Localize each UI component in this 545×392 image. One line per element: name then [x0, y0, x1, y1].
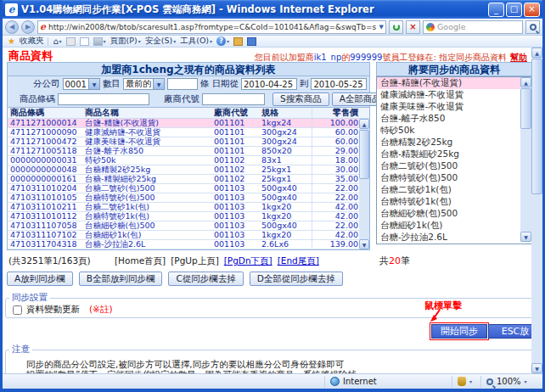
- date-from-input[interactable]: [241, 78, 297, 90]
- list-item[interactable]: 健康美味鹽-不收退貨: [377, 101, 521, 113]
- status-bar: Internet ▾ 100% ▾: [3, 373, 542, 389]
- list-item[interactable]: 健康減納鹽-不收退貨: [377, 89, 521, 101]
- table-row[interactable]: 0000000000048台糖精製2砂25kg00110225kgx130.00: [8, 165, 361, 175]
- read-mail-icon[interactable]: [80, 37, 89, 46]
- branch-select[interactable]: 0001▼: [63, 78, 100, 90]
- table-row[interactable]: 0000000000031特砂50k00110283x118.00: [8, 156, 361, 165]
- list-item[interactable]: 台糖細砂糖(包)500: [377, 208, 521, 220]
- close-button[interactable]: ×: [524, 3, 540, 17]
- maximize-button[interactable]: □: [506, 3, 522, 17]
- table-row[interactable]: 4710311010211台糖二號砂1k(包)0011031kgx2042.00: [8, 203, 361, 212]
- page-nav-item[interactable]: [End尾頁]: [278, 255, 319, 266]
- data-update-checkbox[interactable]: [13, 305, 22, 315]
- list-item[interactable]: 台鹽-離子水850: [377, 113, 521, 125]
- menu-page[interactable]: 頁面(P)▾: [110, 36, 141, 47]
- table-cell: 42.00: [312, 203, 361, 211]
- count-input[interactable]: [167, 78, 198, 90]
- table-row[interactable]: 4711271000090健康減納鹽-不收退貨001101300gx2460.0…: [8, 128, 361, 137]
- vendor-input[interactable]: [202, 93, 265, 105]
- table-cell: 台糖特號砂1k(包): [82, 212, 211, 221]
- favorites-star-icon[interactable]: ★: [8, 36, 15, 46]
- table-cell: 42.00: [312, 231, 361, 239]
- table-row[interactable]: 0000000000161台糖-精製細砂25kg00110225kgx135.0…: [8, 175, 361, 184]
- notice-list: 同步的商品分公司設定,被同步方可以選擇,同步方的要以相應分公司身份登錄即可設置的…: [6, 356, 539, 373]
- table-row[interactable]: 4710311107058台糖細砂糖(包)500001103500gx4022.…: [8, 221, 361, 231]
- count-select[interactable]: 最前的▼: [123, 78, 165, 90]
- table-row[interactable]: 4711271000014台鹽-精鹽(不收退貨)0011011kgx24100.…: [8, 119, 361, 128]
- filter-box: 分公司 0001▼ 數目 最前的▼ 條 日期從 到 商品條碼 廠商代號 S搜索商…: [7, 76, 370, 108]
- table-cell: 001102: [211, 156, 259, 165]
- list-item[interactable]: 台糖二號砂(包)500: [377, 160, 521, 172]
- protected-mode[interactable]: ▾: [452, 376, 481, 388]
- minimize-button[interactable]: _: [488, 3, 504, 17]
- table-cell: 25kgx1: [259, 175, 312, 183]
- table-cell: 29.00: [312, 147, 361, 155]
- print-button[interactable]: ▾: [93, 37, 106, 46]
- table-scrollbar[interactable]: ▲ ▼: [359, 119, 369, 249]
- table-row[interactable]: 4710311010105台糖特號砂(包)500001103500gx4022.…: [8, 193, 361, 203]
- table-cell: 139.00: [312, 240, 361, 249]
- list-item[interactable]: 台糖特號砂1k(包): [377, 196, 521, 208]
- list-item[interactable]: 台糖精製2砂25kg: [377, 137, 521, 148]
- table-row[interactable]: 4710311010204台糖二號砂(包)500001103500gx4022.…: [8, 184, 361, 193]
- column-header: 零售價: [312, 108, 361, 118]
- favorites-label[interactable]: 收藏夾: [20, 36, 44, 47]
- menu-tools[interactable]: 工具(O)▾: [180, 36, 212, 47]
- table-row[interactable]: 4710311010112台糖特號砂1k(包)0011031kgx2042.00: [8, 212, 361, 221]
- sync-list-header: 將要同步的商品資料: [376, 62, 532, 76]
- address-dropdown-icon[interactable]: ▼: [379, 24, 384, 31]
- table-cell: 台糖精製2砂25kg: [82, 165, 211, 174]
- action-button[interactable]: B全部放到同步欄: [79, 272, 163, 286]
- action-button[interactable]: C從同步欄去掉: [168, 272, 243, 286]
- page-nav-item[interactable]: [PgUp上頁]: [171, 255, 219, 266]
- listbox-scrollbar[interactable]: ▲ ▼: [520, 77, 531, 242]
- help-button[interactable]: ?▾: [216, 36, 229, 46]
- table-cell: 300gx24: [259, 128, 312, 137]
- search-go-button[interactable]: [525, 20, 540, 34]
- table-cell: 台糖細砂1k(包): [82, 231, 211, 239]
- table-row[interactable]: 4710311704318台糖-沙拉油2.6L0011032.6Lx6139.0…: [8, 240, 361, 249]
- list-item[interactable]: 特砂50k: [377, 125, 521, 137]
- list-item[interactable]: 台糖二號砂1k(包): [377, 184, 521, 196]
- barcode-input[interactable]: [58, 93, 149, 105]
- table-row[interactable]: 4710311107102台糖細砂1k(包)0011031kgx2042.00: [8, 231, 361, 240]
- table-cell: 850x20: [259, 147, 312, 155]
- list-item[interactable]: 台糖特號砂(包)500: [377, 172, 521, 184]
- table-row[interactable]: 4711271005118台鹽-離子水850001101850x2029.00: [8, 147, 361, 156]
- search-products-button[interactable]: S搜索商品: [272, 92, 329, 106]
- list-item[interactable]: 台鹽-精鹽(不收退貨): [377, 77, 521, 89]
- sync-listbox[interactable]: 台鹽-精鹽(不收退貨)健康減納鹽-不收退貨健康美味鹽-不收退貨台鹽-離子水850…: [376, 76, 532, 244]
- action-button[interactable]: A放到同步欄: [7, 272, 73, 286]
- forward-button[interactable]: ▶: [21, 20, 35, 34]
- url-text[interactable]: http://win2008/tw/btob/scaresult1.asp?fr…: [48, 23, 377, 31]
- start-sync-button[interactable]: 開始同步: [431, 324, 487, 339]
- help-link[interactable]: 幫助: [510, 53, 527, 62]
- feeds-icon[interactable]: [66, 37, 76, 46]
- back-button[interactable]: ◀: [5, 20, 19, 34]
- stop-button[interactable]: ×: [406, 20, 420, 34]
- page-scrollbar[interactable]: ▲ ▼: [531, 48, 542, 373]
- zoom-control[interactable]: 100% ▾: [481, 376, 542, 388]
- page-nav-item[interactable]: [PgDn下頁]: [224, 255, 272, 266]
- table-row[interactable]: 4711271000472健康美味鹽-不收退貨001101300gx2460.0…: [8, 137, 361, 147]
- address-field[interactable]: e http://win2008/tw/btob/scaresult1.asp?…: [37, 20, 386, 34]
- table-cell: 台糖-精製細砂25kg: [82, 175, 211, 183]
- product-table: 商品條碼商品名稱廠商代號規格零售價 4711271000014台鹽-精鹽(不收退…: [7, 108, 370, 250]
- list-item[interactable]: 台糖-精製細砂25kg: [377, 148, 521, 160]
- search-input[interactable]: Google: [437, 22, 466, 31]
- toolbar-extra-icon[interactable]: [233, 37, 243, 46]
- action-button[interactable]: D全部從同步欄去掉: [250, 272, 343, 286]
- toolbar-extra-icon[interactable]: [247, 37, 256, 46]
- ie-logo-icon: e: [5, 3, 18, 16]
- list-item[interactable]: 台糖細砂1k(包): [377, 220, 521, 232]
- table-cell: 001101: [211, 119, 259, 127]
- table-cell: 1kgx24: [259, 119, 312, 127]
- date-to-input[interactable]: [311, 78, 367, 90]
- menu-security[interactable]: 安全(S)▾: [145, 36, 176, 47]
- home-button[interactable]: ⌂▾: [53, 36, 61, 46]
- page-nav-item[interactable]: [Home首頁]: [115, 255, 166, 266]
- sync-settings-legend: 同步設置: [9, 292, 50, 304]
- refresh-button[interactable]: [389, 20, 403, 34]
- list-item[interactable]: 台糖-沙拉油2.6L: [377, 232, 521, 244]
- search-box[interactable]: Google: [423, 20, 523, 34]
